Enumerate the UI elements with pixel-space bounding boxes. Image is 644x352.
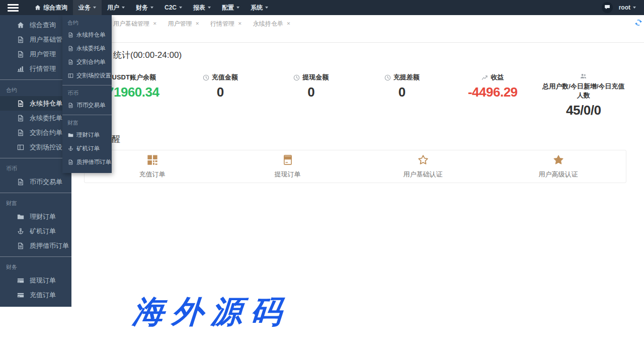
sidebar-item[interactable]: 交割场控设置: [0, 140, 71, 154]
sidebar-toggle-button[interactable]: [0, 0, 26, 15]
tab-label: 用户基础管理: [113, 20, 149, 28]
tab[interactable]: 用户基础管理✕: [113, 20, 157, 28]
open-tabs: 用户基础管理✕用户管理✕行情管理✕永续持仓单✕: [71, 15, 644, 28]
card-icon: [17, 277, 24, 284]
qrcode-icon: [147, 154, 158, 165]
dropdown-group-label: 财富: [62, 116, 112, 128]
sidebar-item[interactable]: 矿机订单: [0, 224, 71, 238]
tab[interactable]: 永续持仓单✕: [253, 20, 291, 28]
shortcut-item[interactable]: 提现订单: [220, 154, 355, 179]
close-icon[interactable]: ✕: [287, 22, 291, 26]
tab-label: 永续持仓单: [253, 20, 283, 28]
sidebar-item[interactable]: 行情管理: [0, 61, 71, 76]
shortcut-item[interactable]: 用户高级认证: [491, 154, 626, 179]
hamburger-icon: [8, 4, 19, 6]
home-icon: [35, 5, 41, 11]
business-dropdown-menu: 合约永续持仓单永续委托单交割合约单交割场控设置币币币币交易单财富理财订单矿机订单…: [62, 15, 112, 173]
sidebar-group-3: 财富理财订单矿机订单质押借币订单: [0, 193, 71, 256]
nav-item-label: 报表: [193, 4, 205, 12]
dropdown-item[interactable]: 理财订单: [62, 128, 112, 142]
close-icon[interactable]: ✕: [153, 22, 157, 26]
dropdown-item[interactable]: 矿机订单: [62, 142, 112, 155]
shortcut-panel: 充值订单提现订单用户基础认证用户高级认证: [84, 150, 626, 183]
shortcut-label: 用户基础认证: [355, 170, 491, 179]
chevron-down-icon: [150, 7, 153, 9]
stat-label: 充值金额: [175, 73, 266, 82]
sidebar-item[interactable]: 提现订单: [0, 273, 71, 288]
nav-item-7[interactable]: 系统: [245, 0, 274, 15]
dropdown-item[interactable]: 交割场控设置: [62, 69, 112, 82]
messages-button[interactable]: [602, 2, 613, 13]
dropdown-item-label: 质押借币订单: [76, 158, 111, 166]
sidebar-item[interactable]: 理财订单: [0, 209, 71, 224]
username-label: root: [619, 4, 630, 11]
stat-label: 提现金额: [266, 73, 357, 82]
sidebar-item[interactable]: 综合查询: [0, 18, 71, 32]
dropdown-item[interactable]: 币币交易单: [62, 99, 112, 112]
columns-icon: [67, 73, 73, 78]
sidebar-item[interactable]: 用户基础管理: [0, 32, 71, 47]
stat-value: -4496.29: [447, 84, 538, 100]
stat-value: 0: [357, 84, 448, 100]
nav-item-3[interactable]: 财务: [130, 0, 159, 15]
hamburger-icon: [8, 10, 19, 12]
user-menu[interactable]: root: [619, 4, 636, 11]
sidebar-item[interactable]: 用户管理: [0, 47, 71, 61]
nav-item-2[interactable]: 用户: [102, 0, 130, 15]
dropdown-item[interactable]: 永续委托单: [62, 42, 112, 55]
sidebar: 综合查询用户基础管理用户管理行情管理合约永续持仓单永续委托单交割合约单交割场控设…: [0, 15, 71, 307]
tab-bar: 用户基础管理✕用户管理✕行情管理✕永续持仓单✕: [71, 15, 644, 43]
chevron-down-icon: [208, 7, 211, 9]
stat-label-text: 充值金额: [212, 73, 238, 82]
refresh-button[interactable]: [634, 19, 642, 27]
stat-card: 充值金额0: [175, 73, 266, 118]
sidebar-item-label: 永续委托单: [30, 114, 62, 123]
dropdown-group-2: 财富理财订单矿机订单质押借币订单: [62, 115, 112, 171]
sidebar-group-4: 财务提现订单充值订单: [0, 256, 71, 306]
tab[interactable]: 行情管理✕: [210, 20, 242, 28]
sidebar-item[interactable]: 永续委托单: [0, 111, 71, 125]
shortcut-item[interactable]: 用户基础认证: [355, 154, 491, 179]
close-icon[interactable]: ✕: [196, 22, 200, 26]
sidebar-item[interactable]: 币币交易单: [0, 174, 71, 189]
stats-section-title: 统计(00:00-24:00): [71, 43, 644, 61]
stats-row: USDT账户余额871960.34充值金额0提现金额0充提差额0收益-4496.…: [84, 73, 629, 118]
sidebar-item[interactable]: 交割合约单: [0, 125, 71, 140]
sidebar-item-label: 交割合约单: [30, 128, 62, 137]
nav-item-label: 业务: [78, 4, 91, 12]
sidebar-item[interactable]: 质押借币订单: [0, 238, 71, 253]
sidebar-item[interactable]: 永续持仓单: [0, 96, 71, 111]
sidebar-item-label: 理财订单: [30, 212, 56, 221]
tab-label: 行情管理: [210, 20, 234, 28]
nav-item-0[interactable]: 综合查询: [29, 0, 73, 15]
dropdown-item-label: 交割场控设置: [76, 72, 111, 79]
sidebar-group-label: 财富: [0, 196, 71, 209]
dropdown-group-1: 币币币币交易单: [62, 85, 112, 115]
folder-icon: [17, 213, 24, 220]
sidebar-item-label: 综合查询: [30, 21, 56, 30]
chevron-down-icon: [265, 7, 268, 9]
clock-icon: [384, 74, 391, 81]
sidebar-group-label: 合约: [0, 82, 71, 96]
file-icon: [17, 115, 24, 122]
chevron-down-icon: [122, 7, 125, 9]
chevron-down-icon: [179, 7, 182, 9]
nav-item-1[interactable]: 业务: [73, 0, 102, 15]
nav-item-6[interactable]: 配置: [216, 0, 245, 15]
file-icon: [67, 32, 73, 38]
top-menu: 综合查询业务用户财务C2C报表配置系统: [29, 0, 274, 15]
dropdown-item[interactable]: 质押借币订单: [62, 155, 112, 169]
stat-card: 总用户数/今日新增/今日充值人数45/0/0: [538, 73, 629, 118]
close-icon[interactable]: ✕: [238, 22, 242, 26]
shortcut-label: 提现订单: [220, 170, 355, 179]
clock-icon: [293, 74, 300, 81]
nav-item-4[interactable]: C2C: [159, 0, 188, 15]
sidebar-item[interactable]: 充值订单: [0, 288, 71, 302]
tab[interactable]: 用户管理✕: [168, 20, 200, 28]
dropdown-item[interactable]: 永续持仓单: [62, 28, 112, 42]
dropdown-group-label: 币币: [62, 86, 112, 99]
dropdown-item[interactable]: 交割合约单: [62, 55, 112, 69]
sidebar-group-0: 综合查询用户基础管理用户管理行情管理: [0, 15, 71, 79]
top-navbar: 综合查询业务用户财务C2C报表配置系统 root: [0, 0, 644, 15]
nav-item-5[interactable]: 报表: [188, 0, 216, 15]
